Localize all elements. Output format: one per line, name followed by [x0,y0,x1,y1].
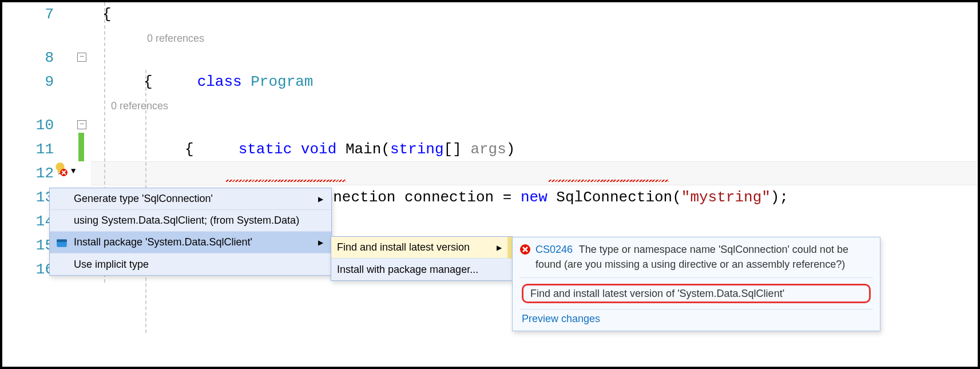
string-literal: "mystring" [681,189,771,206]
line-number: 12 [2,161,54,185]
fold-toggle[interactable]: − [77,53,86,62]
type-ref: SqlConnection [556,189,672,206]
code-text: { [102,2,112,26]
code-text: { [185,137,194,161]
error-code: CS0246 [535,244,573,255]
error-message: The type or namespace name 'SqlConnectio… [535,244,848,270]
line-number: 11 [2,137,54,161]
code-text: class Program [144,46,313,70]
error-row: CS0246 The type or namespace name 'SqlCo… [519,242,873,278]
menu-item-label: Generate type 'SqlConnection' [74,193,314,205]
line-number: 14 [2,209,54,233]
preview-tooltip: CS0246 The type or namespace name 'SqlCo… [512,237,880,331]
line-number: 16 [2,257,54,281]
method-name: Main [346,141,381,158]
parameter: args [470,141,506,158]
line-number: 8 [2,46,54,70]
codelens-references[interactable]: 0 references [111,94,168,118]
error-squiggle [226,180,346,182]
submenu-arrow-icon: ▶ [497,244,502,252]
line-number: 7 [2,2,54,26]
code-text: { [144,70,153,94]
type-name: Program [251,73,313,90]
code-text: static void Main(string[] args) [185,113,515,137]
blank-icon [55,193,68,205]
error-squiggle [549,180,669,182]
change-marker [78,133,84,161]
keyword: new [521,189,547,206]
lightbulb-error-icon [53,161,68,181]
link-label: Preview changes [522,313,600,324]
submenu-package-manager[interactable]: Install with package manager... [331,259,512,280]
menu-item-label: using System.Data.SqlClient; (from Syste… [74,215,323,227]
line-number: 15 [2,233,54,257]
fold-toggle[interactable]: − [77,120,86,129]
submenu-find-install-latest[interactable]: Find and install latest version ▶ [331,237,512,259]
submenu-arrow-icon: ▶ [318,195,323,203]
code-editor[interactable]: 7 8 9 10 11 12 13 14 15 16 − − { 0 refer… [2,2,978,367]
keyword: void [301,141,336,158]
keyword: class [197,73,242,90]
gutter: 7 8 9 10 11 12 13 14 15 16 [2,2,65,367]
menu-item-label: Install with package manager... [337,264,478,276]
quick-actions-menu[interactable]: Generate type 'SqlConnection' ▶ using Sy… [49,188,332,276]
menu-item-label: Find and install latest version [337,241,492,253]
quickfix-use-implicit-type[interactable]: Use implicit type [50,253,331,275]
quickfix-generate-type[interactable]: Generate type 'SqlConnection' ▶ [50,188,331,210]
blank-icon [55,215,68,227]
error-icon [519,244,531,255]
quickfix-install-package[interactable]: Install package 'System.Data.SqlClient' … [50,232,331,253]
menu-item-label: Use implicit type [74,259,323,271]
line-number: 9 [2,70,54,94]
keyword: static [239,141,292,158]
fold-column: − − [71,2,94,367]
svg-rect-3 [57,239,67,241]
chevron-down-icon: ▼ [71,166,76,176]
package-icon [55,236,68,249]
quickfix-add-using[interactable]: using System.Data.SqlClient; (from Syste… [50,210,331,232]
quick-actions-submenu[interactable]: Find and install latest version ▶ Instal… [331,236,513,281]
blank-icon [55,258,68,271]
tooltip-action-highlight: Find and install latest version of 'Syst… [522,284,871,303]
menu-item-label: Install package 'System.Data.SqlClient' [74,236,314,248]
variable: connection [404,189,494,206]
submenu-arrow-icon: ▶ [318,239,323,247]
preview-changes-link[interactable]: Preview changes [519,309,873,326]
line-number: 13 [2,185,54,209]
line-number: 10 [2,113,54,137]
keyword: string [390,141,444,158]
quick-actions-bulb[interactable]: ▼ [53,162,92,180]
tooltip-action-label: Find and install latest version of 'Syst… [530,288,784,300]
